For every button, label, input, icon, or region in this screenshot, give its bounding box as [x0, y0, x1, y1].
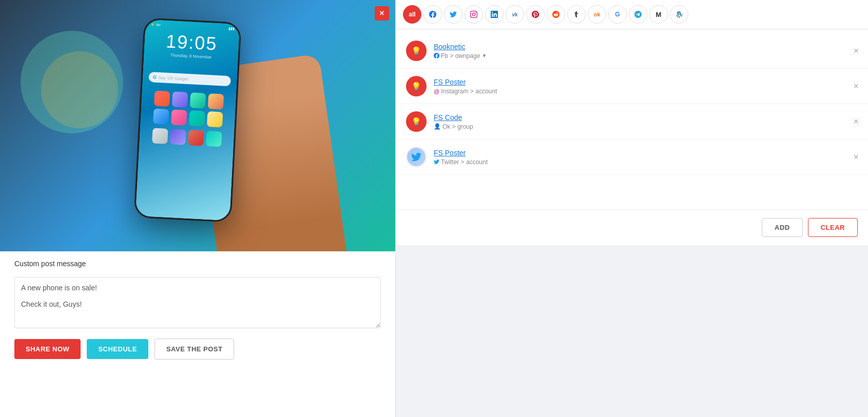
phone-battery: ▮▮▮	[228, 27, 235, 31]
twitter-avatar-img	[407, 148, 426, 166]
phone-app-1	[153, 91, 170, 107]
phone-app-3	[189, 92, 206, 109]
account-path-text-fs-code: Ok > group	[442, 123, 473, 130]
account-info-booknetic: Booknetic Fb > ownpage ▼	[434, 43, 858, 59]
left-panel: ⚡ lite ▮▮▮ 19:05 Thursday, 8 November G …	[0, 0, 395, 417]
post-meta-section: Custom post message	[0, 251, 395, 277]
close-image-button[interactable]: ×	[375, 6, 389, 21]
phone-app-7	[188, 110, 205, 127]
bottom-gray-area	[396, 245, 868, 417]
post-message-label: Custom post message	[14, 260, 381, 268]
account-info-fs-poster-twitter: FS Poster Twitter > account	[434, 149, 858, 166]
account-item-fs-code: 💡 FS Code 👤 Ok > group ×	[396, 104, 868, 140]
phone-mockup: ⚡ lite ▮▮▮ 19:05 Thursday, 8 November G …	[133, 17, 241, 222]
tab-medium[interactable]: M	[649, 5, 668, 24]
tab-all[interactable]: all	[403, 5, 421, 24]
bottom-actions-row: ADD CLEAR	[396, 209, 868, 245]
account-path-booknetic: Fb > ownpage ▼	[434, 52, 858, 59]
phone-app-9	[152, 128, 168, 144]
tab-ok[interactable]: ok	[588, 5, 606, 24]
account-path-fs-poster-twitter: Twitter > account	[434, 158, 858, 166]
phone-app-2	[171, 91, 188, 108]
account-path-text-fs-poster-twitter: Twitter > account	[441, 158, 488, 166]
phone-screen: ⚡ lite ▮▮▮ 19:05 Thursday, 8 November G …	[136, 19, 240, 221]
action-buttons-row: SHARE NOW SCHEDULE SAVE THE POST	[0, 328, 395, 370]
tab-facebook[interactable]	[423, 5, 442, 24]
phone-app-8	[206, 111, 223, 128]
booknetic-avatar-icon: 💡	[411, 46, 421, 56]
account-avatar-fs-poster: 💡	[406, 76, 427, 96]
tab-tumblr[interactable]	[567, 5, 586, 24]
google-logo: G	[153, 74, 157, 80]
account-info-fs-code: FS Code 👤 Ok > group	[434, 113, 858, 130]
account-item-booknetic: 💡 Booknetic Fb > ownpage ▼ ×	[396, 33, 868, 69]
social-network-tabs: all vk	[396, 0, 868, 29]
remove-account-fs-code[interactable]: ×	[849, 115, 863, 128]
account-item-fs-poster-instagram: 💡 FS Poster @ Instagram > account ×	[396, 69, 868, 104]
phone-app-6	[171, 109, 187, 126]
remove-account-fs-poster-instagram[interactable]: ×	[849, 80, 863, 93]
save-post-button[interactable]: SAVE THE POST	[155, 339, 235, 360]
phone-app-12	[205, 131, 222, 147]
account-avatar-booknetic: 💡	[406, 41, 427, 61]
filter-icon-booknetic: ▼	[481, 53, 487, 58]
tab-telegram[interactable]	[629, 5, 647, 24]
account-name-booknetic[interactable]: Booknetic	[434, 43, 858, 51]
tab-twitter[interactable]	[444, 5, 462, 24]
account-path-text-booknetic: Fb > ownpage	[441, 52, 480, 59]
right-panel: all vk	[395, 0, 868, 417]
phone-app-4	[207, 93, 224, 110]
tab-wordpress[interactable]	[670, 5, 688, 24]
remove-account-booknetic[interactable]: ×	[849, 44, 863, 57]
bg-decoration-2	[41, 51, 118, 128]
ok-path-icon: 👤	[434, 123, 441, 130]
post-message-input[interactable]: A new phone is on sale! Check it out, Gu…	[14, 277, 381, 328]
instagram-path-icon: @	[434, 88, 439, 94]
phone-status-bar: ⚡ lite ▮▮▮	[145, 19, 240, 31]
add-button[interactable]: ADD	[762, 218, 803, 237]
twitter-path-icon	[434, 159, 439, 165]
tab-pinterest[interactable]	[526, 5, 545, 24]
phone-carrier: ⚡ lite	[150, 23, 161, 27]
account-info-fs-poster-instagram: FS Poster @ Instagram > account	[434, 78, 858, 95]
accounts-list: 💡 Booknetic Fb > ownpage ▼ × 💡 FS Poster…	[396, 29, 868, 209]
tab-instagram[interactable]	[465, 5, 483, 24]
phone-search: G Say 'OK Google'	[148, 72, 231, 86]
tab-reddit[interactable]	[547, 5, 565, 24]
fs-code-avatar-icon: 💡	[411, 117, 421, 127]
account-name-fs-code[interactable]: FS Code	[434, 113, 858, 122]
schedule-button[interactable]: SCHEDULE	[87, 339, 148, 359]
account-avatar-fs-poster-twitter	[406, 147, 427, 167]
phone-app-11	[187, 130, 204, 146]
clear-button[interactable]: CLEAR	[808, 218, 858, 237]
phone-app-5	[153, 108, 169, 125]
phone-app-10	[170, 129, 186, 145]
account-path-fs-code: 👤 Ok > group	[434, 123, 858, 130]
account-path-fs-poster-instagram: @ Instagram > account	[434, 88, 858, 95]
tab-vk[interactable]: vk	[506, 5, 524, 24]
remove-account-fs-poster-twitter[interactable]: ×	[849, 150, 863, 164]
account-path-text-fs-poster-instagram: Instagram > account	[441, 88, 497, 95]
facebook-path-icon	[434, 53, 439, 58]
account-name-fs-poster-instagram[interactable]: FS Poster	[434, 78, 858, 86]
phone-app-grid-1	[146, 86, 230, 132]
tab-linkedin[interactable]	[485, 5, 504, 24]
fs-poster-avatar-icon: 💡	[411, 82, 421, 91]
close-icon: ×	[379, 9, 384, 18]
share-now-button[interactable]: SHARE NOW	[14, 339, 81, 359]
account-item-fs-poster-twitter: FS Poster Twitter > account ×	[396, 140, 868, 175]
phone-time: 19:05	[165, 31, 218, 55]
tab-google[interactable]: G	[608, 5, 627, 24]
account-avatar-fs-code: 💡	[406, 111, 427, 132]
account-name-fs-poster-twitter[interactable]: FS Poster	[434, 149, 858, 157]
post-image-container: ⚡ lite ▮▮▮ 19:05 Thursday, 8 November G …	[0, 0, 395, 251]
